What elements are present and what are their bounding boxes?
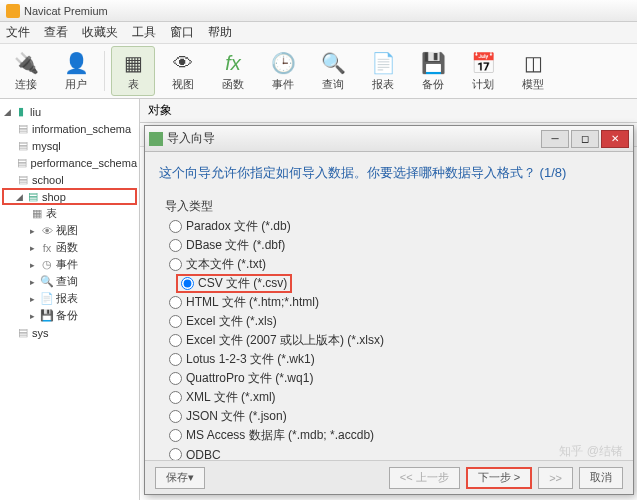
opt-dbase[interactable]: DBase 文件 (*.dbf) (169, 236, 619, 255)
tool-schedule[interactable]: 📅计划 (461, 46, 505, 96)
opt-label: DBase 文件 (*.dbf) (186, 237, 285, 254)
tree-child-label: 查询 (56, 274, 78, 289)
fx-icon: fx (40, 242, 54, 254)
menu-help[interactable]: 帮助 (208, 24, 232, 41)
tab-objects[interactable]: 对象 (148, 102, 172, 119)
import-wizard-dialog: 导入向导 ─ ◻ ✕ 这个向导允许你指定如何导入数据。你要选择哪种数据导入格式？… (144, 125, 634, 495)
tool-function[interactable]: fx函数 (211, 46, 255, 96)
db-icon: ▤ (16, 174, 30, 186)
tool-table-label: 表 (128, 77, 139, 92)
minimize-button[interactable]: ─ (541, 130, 569, 148)
cancel-button[interactable]: 取消 (579, 467, 623, 489)
main-toolbar: 🔌连接 👤用户 ▦表 👁视图 fx函数 🕒事件 🔍查询 📄报表 💾备份 📅计划 … (0, 44, 637, 99)
tree-db[interactable]: ▤information_schema (2, 120, 137, 137)
tool-connect-label: 连接 (15, 77, 37, 92)
opt-label: Excel 文件 (2007 或以上版本) (*.xlsx) (186, 332, 384, 349)
opt-xls[interactable]: Excel 文件 (*.xls) (169, 312, 619, 331)
tree-db-label: sys (32, 327, 49, 339)
disk-icon: 💾 (420, 50, 446, 76)
next-button[interactable]: 下一步 > (466, 467, 532, 489)
tool-connect[interactable]: 🔌连接 (4, 46, 48, 96)
tree-db[interactable]: ▤mysql (2, 137, 137, 154)
opt-json[interactable]: JSON 文件 (*.json) (169, 407, 619, 426)
report-icon: 📄 (40, 293, 54, 305)
save-button[interactable]: 保存 ▾ (155, 467, 205, 489)
tree-db-selected[interactable]: ◢▤shop (2, 188, 137, 205)
section-label: 导入类型 (165, 198, 619, 215)
tool-report[interactable]: 📄报表 (361, 46, 405, 96)
tree-child[interactable]: ▸fx函数 (2, 239, 137, 256)
tree-db[interactable]: ▤performance_schema (2, 154, 137, 171)
tree-child[interactable]: ▸💾备份 (2, 307, 137, 324)
fx-icon: fx (220, 50, 246, 76)
tree-child-label: 事件 (56, 257, 78, 272)
ff-label: >> (549, 472, 562, 484)
tree-db[interactable]: ▤sys (2, 324, 137, 341)
tool-event[interactable]: 🕒事件 (261, 46, 305, 96)
fast-forward-button[interactable]: >> (538, 467, 573, 489)
tool-user-label: 用户 (65, 77, 87, 92)
opt-label: MS Access 数据库 (*.mdb; *.accdb) (186, 427, 374, 444)
maximize-button[interactable]: ◻ (571, 130, 599, 148)
query-icon: 🔍 (40, 276, 54, 288)
tool-model[interactable]: ◫模型 (511, 46, 555, 96)
opt-html[interactable]: HTML 文件 (*.htm;*.html) (169, 293, 619, 312)
opt-quattro[interactable]: QuattroPro 文件 (*.wq1) (169, 369, 619, 388)
model-icon: ◫ (520, 50, 546, 76)
opt-paradox[interactable]: Paradox 文件 (*.db) (169, 217, 619, 236)
menu-file[interactable]: 文件 (6, 24, 30, 41)
menu-tools[interactable]: 工具 (132, 24, 156, 41)
opt-label: Excel 文件 (*.xls) (186, 313, 277, 330)
menu-window[interactable]: 窗口 (170, 24, 194, 41)
tool-user[interactable]: 👤用户 (54, 46, 98, 96)
menu-view[interactable]: 查看 (44, 24, 68, 41)
opt-label: Lotus 1-2-3 文件 (*.wk1) (186, 351, 315, 368)
tree-db[interactable]: ▤school (2, 171, 137, 188)
opt-label: ODBC (186, 448, 221, 461)
tree-child[interactable]: ▸👁视图 (2, 222, 137, 239)
clock-icon: ◷ (40, 259, 54, 271)
db-icon: ▤ (16, 140, 30, 152)
next-label: 下一步 > (478, 470, 520, 485)
tree-root[interactable]: ◢▮liu (2, 103, 137, 120)
menu-favorites[interactable]: 收藏夹 (82, 24, 118, 41)
tree-child[interactable]: ▸🔍查询 (2, 273, 137, 290)
opt-label: Paradox 文件 (*.db) (186, 218, 291, 235)
wizard-icon (149, 132, 163, 146)
tool-table[interactable]: ▦表 (111, 46, 155, 96)
opt-label: HTML 文件 (*.htm;*.html) (186, 294, 319, 311)
opt-xlsx[interactable]: Excel 文件 (2007 或以上版本) (*.xlsx) (169, 331, 619, 350)
search-icon: 🔍 (320, 50, 346, 76)
opt-lotus[interactable]: Lotus 1-2-3 文件 (*.wk1) (169, 350, 619, 369)
tool-event-label: 事件 (272, 77, 294, 92)
tree-db-label: shop (42, 191, 66, 203)
tree-child[interactable]: ▸◷事件 (2, 256, 137, 273)
tree-root-label: liu (30, 106, 41, 118)
tool-query[interactable]: 🔍查询 (311, 46, 355, 96)
opt-access[interactable]: MS Access 数据库 (*.mdb; *.accdb) (169, 426, 619, 445)
tool-view[interactable]: 👁视图 (161, 46, 205, 96)
backup-icon: 💾 (40, 310, 54, 322)
db-icon: ▤ (16, 327, 30, 339)
import-type-options: Paradox 文件 (*.db) DBase 文件 (*.dbf) 文本文件 … (169, 217, 619, 460)
opt-odbc[interactable]: ODBC (169, 445, 619, 460)
db-icon: ▤ (26, 191, 40, 203)
opt-xml[interactable]: XML 文件 (*.xml) (169, 388, 619, 407)
tree-child[interactable]: ▸📄报表 (2, 290, 137, 307)
back-button[interactable]: << 上一步 (389, 467, 460, 489)
tree-child[interactable]: ▦表 (2, 205, 137, 222)
dialog-titlebar[interactable]: 导入向导 ─ ◻ ✕ (145, 126, 633, 152)
table-icon: ▦ (120, 50, 146, 76)
dialog-title: 导入向导 (167, 130, 541, 147)
opt-csv[interactable]: CSV 文件 (*.csv) (176, 274, 292, 293)
tool-backup[interactable]: 💾备份 (411, 46, 455, 96)
opt-txt[interactable]: 文本文件 (*.txt) (169, 255, 619, 274)
close-button[interactable]: ✕ (601, 130, 629, 148)
window-titlebar: Navicat Premium (0, 0, 637, 22)
opt-label: CSV 文件 (*.csv) (198, 275, 287, 292)
opt-label: 文本文件 (*.txt) (186, 256, 266, 273)
dialog-body: 这个向导允许你指定如何导入数据。你要选择哪种数据导入格式？ (1/8) 导入类型… (145, 152, 633, 460)
tab-header: 对象 (140, 99, 637, 123)
db-icon: ▤ (16, 157, 29, 169)
tree-db-label: mysql (32, 140, 61, 152)
